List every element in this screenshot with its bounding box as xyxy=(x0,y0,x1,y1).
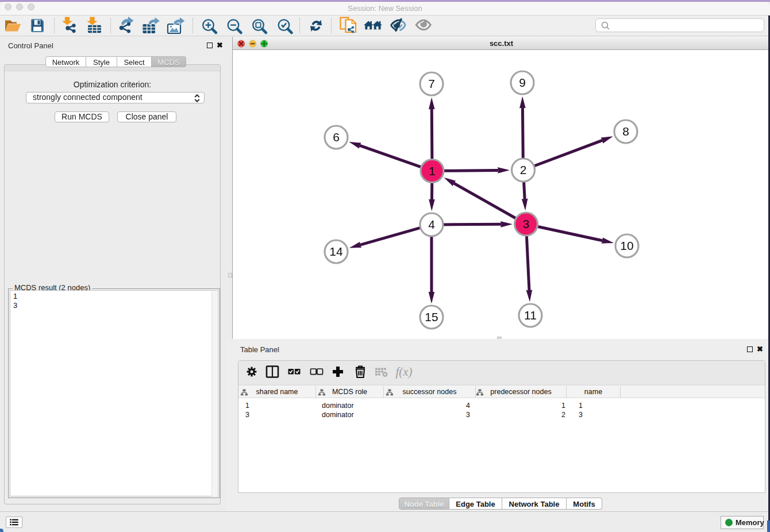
svg-text:10: 10 xyxy=(620,239,633,252)
svg-text:8: 8 xyxy=(622,125,629,138)
svg-text:11: 11 xyxy=(524,309,537,322)
svg-text:9: 9 xyxy=(519,76,526,89)
svg-text:2: 2 xyxy=(520,163,527,176)
svg-text:f(x): f(x) xyxy=(395,365,412,379)
svg-text:14: 14 xyxy=(329,245,343,258)
svg-text:4: 4 xyxy=(428,218,435,231)
svg-text:1: 1 xyxy=(429,164,436,178)
svg-text:15: 15 xyxy=(425,310,438,323)
svg-text:6: 6 xyxy=(333,130,340,144)
svg-text:3: 3 xyxy=(523,217,530,230)
svg-text:7: 7 xyxy=(428,77,435,90)
